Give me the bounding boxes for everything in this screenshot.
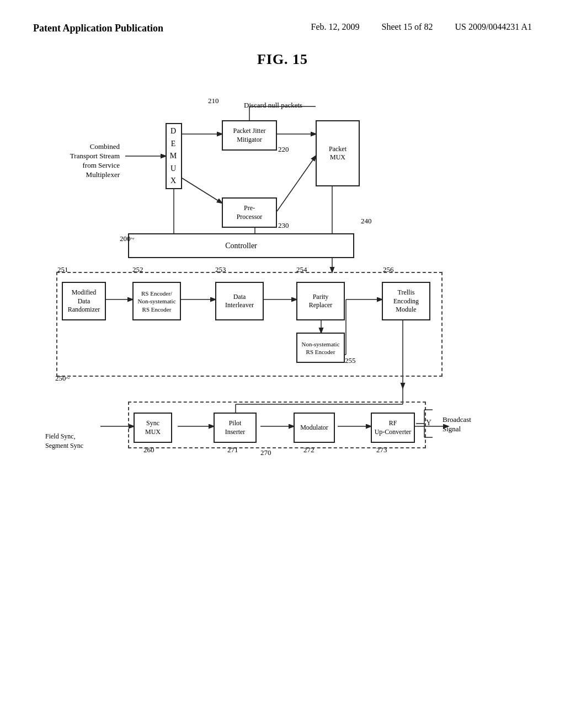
label-256: 256 [383,265,394,274]
figure-title: FIG. 15 [33,51,532,68]
label-260: 260 [143,446,154,454]
header-date: Feb. 12, 2009 [311,22,360,32]
header-patent: US 2009/0044231 A1 [455,22,532,32]
label-251: 251 [57,265,68,274]
page-header: Patent Application Publication Feb. 12, … [33,22,532,35]
header-right: Feb. 12, 2009 Sheet 15 of 82 US 2009/004… [311,22,532,32]
broadcast-bracket: Y [416,407,460,440]
rf-upconverter-box: RF Up-Converter [371,413,415,443]
label-253: 253 [215,265,226,274]
modified-data-box: Modified Data Randomizer [62,282,106,320]
label-255: 255 [345,356,356,365]
pre-processor-box: Pre- Processor [222,197,277,228]
label-270: 270 [260,448,271,457]
pilot-inserter-box: Pilot Inserter [214,413,257,443]
page: Patent Application Publication Feb. 12, … [0,0,565,728]
svg-text:Y: Y [426,419,431,427]
non-systematic-box: Non-systematic RS Encoder [296,333,345,363]
parity-replacer-box: Parity Replacer [296,282,345,320]
label-271: 271 [227,446,238,454]
label-combined-transport: Combined Transport Stream from Service M… [45,142,120,180]
packet-mux-box: Packet MUX [316,120,360,186]
modulator-box: Modulator [294,413,335,443]
demux-box: D E M U X [166,123,182,189]
trellis-box: Trellis Encoding Module [382,282,430,320]
label-field-sync: Field Sync, Segment Sync [45,432,125,451]
packet-jitter-box: Packet Jitter Mitigator [222,120,277,151]
header-sheet: Sheet 15 of 82 [382,22,433,32]
sync-mux-box: Sync MUX [134,413,172,443]
svg-line-4 [277,156,316,211]
label-254: 254 [296,265,307,274]
data-interleaver-box: Data Interleaver [215,282,264,320]
label-230: 230 [278,221,289,230]
svg-line-2 [182,178,222,203]
label-252: 252 [132,265,143,274]
diagram: 210 Discard null packets Combined Transp… [45,84,520,581]
label-272: 272 [303,446,315,454]
controller-box: Controller [128,233,354,258]
rs-encoder-box: RS Encoder/ Non-systematic RS Encoder [132,282,181,320]
label-250: 250~ [55,374,70,383]
label-273: 273 [376,446,387,454]
label-200: 200~ [120,234,135,243]
label-220: 220 [278,145,289,154]
label-240: 240 [361,217,372,226]
publication-title: Patent Application Publication [33,22,163,35]
